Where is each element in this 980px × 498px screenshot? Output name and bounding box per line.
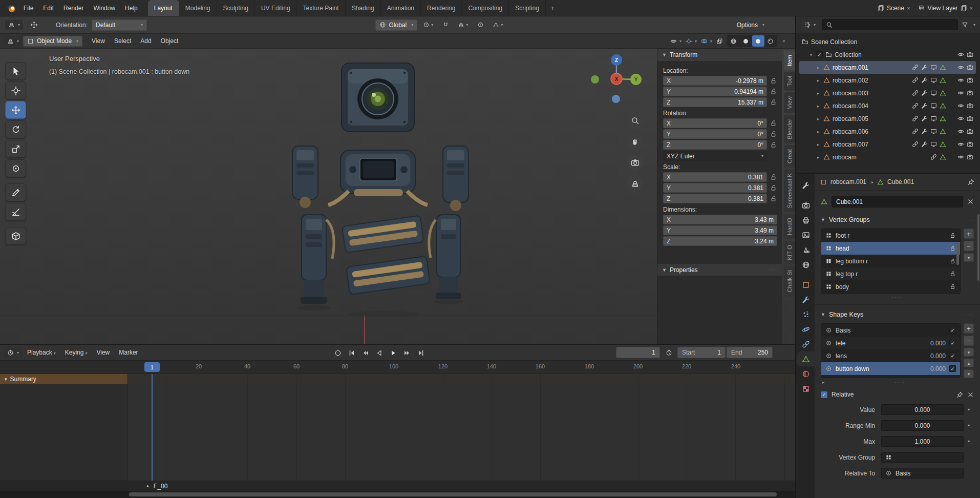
hide-eye-icon[interactable]	[957, 154, 964, 160]
lock-icon[interactable]	[949, 271, 956, 277]
blender-logo-icon[interactable]	[4, 2, 18, 14]
breadcrumb-data[interactable]: Cube.001	[887, 178, 914, 185]
jump-to-end-button[interactable]	[414, 346, 427, 359]
lock-icon[interactable]	[770, 173, 777, 181]
shading-rendered-button[interactable]	[764, 35, 777, 47]
shape-key-item[interactable]: lens0.000✓	[821, 349, 960, 362]
tab-scene[interactable]	[797, 242, 815, 257]
hide-eye-icon[interactable]	[957, 102, 964, 109]
shading-wireframe-button[interactable]	[728, 35, 740, 47]
cursor-tool[interactable]	[5, 81, 26, 99]
lock-icon[interactable]	[949, 258, 956, 264]
value-field[interactable]: 0.000	[881, 404, 964, 415]
workspace-tab-layout[interactable]: Layout	[148, 0, 179, 16]
dimensions-y-field[interactable]: Y3.49 m	[663, 225, 777, 235]
menu-render[interactable]: Render	[59, 3, 88, 14]
menu-viewport-object[interactable]: Object	[157, 36, 183, 46]
animate-dot-icon[interactable]: •	[964, 406, 974, 413]
sidebar-tab-chalkstyle[interactable]: Chalk St	[784, 266, 795, 296]
expand-icon[interactable]: ▸	[816, 129, 821, 134]
gizmo-y-negative-handle[interactable]	[591, 75, 599, 84]
tab-constraints[interactable]	[797, 337, 815, 351]
menu-edit[interactable]: Edit	[38, 3, 58, 14]
collection-checkbox[interactable]: ✓	[816, 51, 823, 58]
scale-x-field[interactable]: X0.381	[663, 172, 767, 182]
prev-keyframe-button[interactable]	[358, 346, 372, 359]
menu-help[interactable]: Help	[120, 3, 142, 14]
expand-icon[interactable]: ▸	[821, 380, 826, 385]
properties-panel-header[interactable]: ▼ Properties ····	[657, 263, 782, 276]
move-tool[interactable]	[5, 101, 26, 119]
timeline-marker-strip[interactable]: ▴ F_00	[0, 481, 795, 491]
expand-icon[interactable]: ▸	[816, 91, 821, 96]
add-vertex-group-button[interactable]: +	[964, 229, 974, 239]
lock-icon[interactable]	[949, 232, 956, 239]
lock-icon[interactable]	[770, 130, 777, 138]
rotate-tool[interactable]	[5, 120, 26, 138]
viewport-editor-type[interactable]: ▾	[4, 36, 22, 46]
frame-start-field[interactable]: Start1	[677, 347, 726, 358]
outliner-row-object[interactable]: ▸ robocam.003	[799, 87, 976, 99]
sidebar-tab-create[interactable]: Creat	[784, 145, 795, 168]
hide-eye-icon[interactable]	[957, 64, 964, 71]
tab-modifiers[interactable]	[797, 292, 815, 307]
outliner-row-object[interactable]: ▸ robocam	[799, 151, 976, 163]
zoom-button[interactable]	[627, 112, 643, 129]
lock-icon[interactable]	[770, 98, 777, 106]
transform-orientation-dropdown[interactable]: Global ▾	[375, 19, 418, 31]
disable-render-icon[interactable]	[967, 77, 973, 84]
tab-world[interactable]	[797, 257, 815, 272]
animate-dot-icon[interactable]: •	[964, 422, 974, 429]
vertex-group-field[interactable]	[881, 452, 964, 463]
timeline-frames-area[interactable]	[128, 374, 795, 481]
vertex-group-item[interactable]: body	[821, 280, 960, 293]
measure-tool[interactable]	[5, 203, 26, 221]
list-scrollbar[interactable]	[956, 242, 959, 265]
menu-timeline-view[interactable]: View	[92, 347, 114, 358]
menu-viewport-select[interactable]: Select	[110, 36, 135, 46]
snap-settings-dropdown[interactable]: ▾	[456, 19, 470, 31]
move-shape-key-up-button[interactable]: ▴	[964, 359, 974, 367]
breadcrumb-object[interactable]: robocam.001	[830, 178, 866, 185]
disable-render-icon[interactable]	[967, 51, 973, 58]
transform-panel-header[interactable]: ▼ Transform ····	[657, 49, 782, 61]
expand-icon[interactable]: ▸	[816, 78, 821, 83]
panel-grip-icon[interactable]: ····	[769, 52, 777, 58]
menu-window[interactable]: Window	[89, 3, 120, 14]
view-layer-selector[interactable]: View Layer ×	[918, 5, 973, 12]
shading-material-button[interactable]	[752, 35, 764, 47]
pin-icon[interactable]	[956, 391, 963, 398]
lock-icon[interactable]	[770, 195, 777, 202]
remove-shape-key-button[interactable]: −	[964, 336, 974, 346]
hide-eye-icon[interactable]	[957, 90, 964, 96]
playhead-badge[interactable]: 1	[144, 362, 160, 372]
viewport-canvas[interactable]: User Perspective (1) Scene Collection | …	[0, 49, 795, 344]
workspace-tab-rendering[interactable]: Rendering	[421, 0, 462, 16]
vertex-group-item[interactable]: leg bottom r	[821, 255, 960, 267]
add-shape-key-button[interactable]: +	[964, 323, 974, 334]
add-cube-tool[interactable]	[5, 227, 26, 245]
tab-tool[interactable]	[797, 178, 815, 193]
show-gizmo-toggle[interactable]: ▾	[686, 38, 697, 45]
vertex-group-item[interactable]: foot r	[821, 229, 960, 242]
scale-y-field[interactable]: Y0.381	[663, 183, 767, 193]
frame-end-field[interactable]: End250	[727, 347, 773, 358]
tab-texture[interactable]	[797, 381, 815, 396]
timeline-ruler[interactable]: 20 40 60 80 100 120 140 160 180 200 220 …	[0, 361, 795, 374]
add-workspace-button[interactable]: +	[546, 0, 560, 16]
relative-to-field[interactable]: Basis	[881, 468, 964, 479]
playhead-line[interactable]	[152, 374, 153, 481]
menu-keying[interactable]: Keying▾	[61, 347, 92, 358]
hide-eye-icon[interactable]	[957, 141, 964, 148]
hide-eye-icon[interactable]	[957, 51, 964, 58]
disable-render-icon[interactable]	[967, 64, 973, 71]
tab-render[interactable]	[797, 198, 815, 213]
marker-triangle-icon[interactable]: ▴	[146, 483, 149, 488]
unlink-scene-icon[interactable]: ×	[907, 5, 910, 11]
lock-icon[interactable]	[770, 119, 777, 127]
pan-button[interactable]	[627, 133, 643, 150]
clear-icon[interactable]	[967, 391, 974, 398]
proportional-editing-toggle[interactable]	[474, 19, 487, 31]
timeline-scrollbar[interactable]	[0, 491, 795, 498]
sidebar-tab-blender[interactable]: Blender	[784, 115, 795, 143]
